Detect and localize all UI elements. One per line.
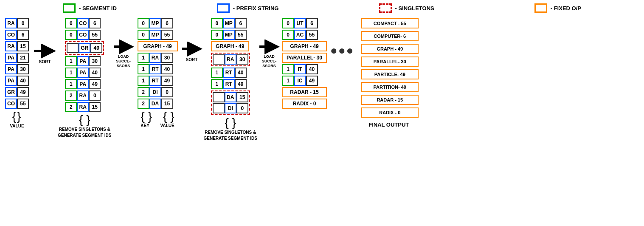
list-item: 0 CO 55 [65,30,104,40]
cell-prefix: PA [5,53,17,63]
final-item: PARALLEL- 30 [361,56,419,67]
brace-right: } [17,110,21,122]
cell-value: 49 [235,79,247,89]
arrow-icon-2 [113,40,134,54]
final-item: COMPACT - 55 [361,18,419,28]
cell-seg: 2 [138,99,149,109]
cell-prefix: MP [149,18,161,28]
cell-fixed: GRAPH - 49 [138,41,178,51]
cell-seg-empty [67,43,79,53]
cell-value: 55 [306,30,318,40]
ellipsis-dots: ●●● [330,18,354,57]
cell-seg: 1 [65,56,77,66]
col2-section: 0 CO 6 0 CO 55 GR 49 [58,18,112,138]
list-item: RA 0 [5,18,29,28]
cell-prefix: AC [294,30,306,40]
cell-final: RADAR - 15 [361,95,419,105]
cell-seg: 0 [65,30,77,40]
cell-prefix: IC [294,76,306,86]
cell-prefix: PA [77,56,89,66]
cell-prefix: GR [79,43,90,53]
legend-segment-id-label: - SEGMENT ID [79,5,117,11]
cell-prefix: CO [77,30,89,40]
legend-prefix-string-box [217,3,230,13]
list-item-fixed: RADAR - 15 [282,87,327,97]
cell-prefix: RA [77,90,89,101]
cell-seg: 0 [211,18,223,28]
final-item: RADAR - 15 [361,95,419,105]
final-item: PARTITION- 40 [361,82,419,92]
col5-rows: 0 UT 6 0 AC 55 GRAPH - 49 PARALLEL- 30 [282,18,327,110]
list-item: DI 0 [213,103,248,113]
sort-arrow-1: SORT [33,18,56,64]
list-item: 1 PA 49 [65,79,104,89]
cell-fixed: RADIX - 0 [282,99,327,109]
cell-prefix: RA [225,54,236,65]
cell-value: 49 [306,76,318,86]
final-item: PARTICLE- 49 [361,69,419,79]
singleton-box-1: GR 49 [65,41,104,55]
singleton-box-3: DA 15 DI 0 [211,90,250,115]
list-item: CO 6 [5,30,29,40]
final-item: COMPUTER- 6 [361,31,419,41]
cell-value: 49 [161,76,173,86]
cell-prefix: RA [149,53,161,63]
cell-final: RADIX - 0 [361,107,419,118]
list-item-fixed: PARALLEL- 30 [282,53,327,63]
sort-arrow-2: SORT [181,18,202,62]
list-item: 1 RT 40 [138,64,178,74]
cell-prefix: CO [5,30,17,40]
list-item: CO 55 [5,99,29,109]
list-item: PA 40 [5,76,29,86]
cell-value: 0 [89,90,101,101]
list-item-fixed: GRAPH - 49 [211,41,250,51]
load-succ-arrow-1: LOADSUCCE-SSORS [113,18,134,68]
col3-rows: 0 MP 6 0 MP 55 GRAPH - 49 1 RA [138,18,178,110]
cell-value: 49 [90,43,102,53]
final-item: RADIX - 0 [361,107,419,118]
legend-fixed-op-box [534,3,547,13]
arrow-icon-4 [259,40,280,54]
brace-col2: { } [79,114,90,126]
cell-seg: 0 [282,18,294,28]
brace-col4: { } [225,117,236,129]
load-succ-label-1: LOADSUCCE-SSORS [116,54,131,68]
cell-prefix: RA [5,18,17,28]
load-succ-label-2: LOADSUCCE-SSORS [262,54,277,68]
cell-prefix: RT [223,79,235,89]
cell-seg: 1 [211,68,223,78]
legend-prefix-string: - PREFIX STRING [217,3,279,13]
cell-seg-empty [213,54,225,65]
cell-value: 0 [236,103,248,113]
cell-seg: 0 [211,30,223,40]
cell-seg: 1 [138,64,149,74]
cell-value: 15 [236,92,248,102]
list-item: 0 MP 55 [211,30,250,40]
cell-fixed: GRAPH - 49 [282,41,327,51]
cell-value: 21 [17,53,29,63]
cell-value: 30 [17,64,29,74]
cell-value: 40 [235,68,247,78]
cell-seg: 1 [211,79,223,89]
cell-fixed: GRAPH - 49 [211,41,249,51]
final-output-label: FINAL OUTPUT [368,121,409,128]
cell-prefix: PA [5,64,17,74]
cell-seg: 1 [138,53,149,63]
legend-fixed-op: - FIXED O/P [534,3,581,13]
final-item: GRAPH - 49 [361,44,419,54]
cell-prefix: RT [223,68,235,78]
list-item: GR 49 [67,43,102,53]
cell-value: 55 [235,30,247,40]
cell-prefix: PA [77,68,89,78]
cell-seg: 0 [138,18,149,28]
list-item: 0 CO 6 [65,18,104,28]
list-item: 2 RA 15 [65,102,104,112]
cell-seg: 1 [282,64,294,74]
cell-seg: 0 [282,30,294,40]
list-item: PA 30 [5,64,29,74]
list-item: 0 MP 6 [211,18,250,28]
cell-value: 6 [161,18,173,28]
cell-prefix: RA [5,41,17,51]
cell-prefix: IT [294,64,306,74]
cell-prefix: UT [294,18,306,28]
